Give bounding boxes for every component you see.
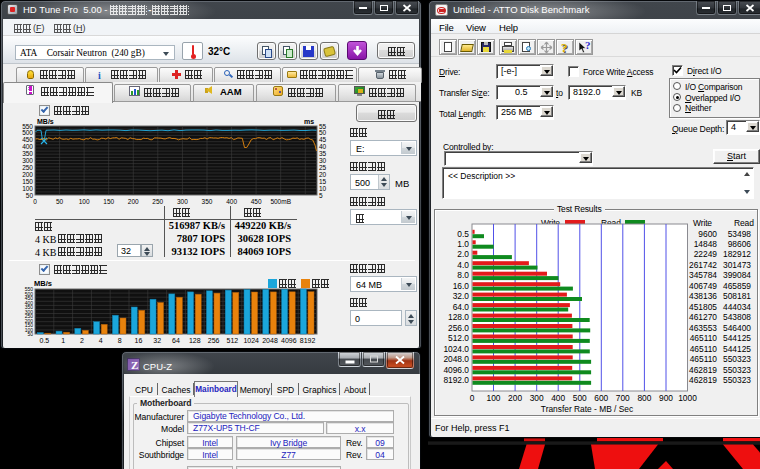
- svg-text:32: 32: [153, 337, 161, 344]
- svg-text:300: 300: [530, 393, 544, 403]
- svg-text:64.0: 64.0: [453, 302, 470, 312]
- svg-text:600: 600: [594, 393, 608, 403]
- svg-text:1024: 1024: [243, 337, 259, 344]
- svg-text:461270: 461270: [689, 312, 717, 322]
- svg-text:450: 450: [251, 198, 262, 205]
- svg-text:544125: 544125: [723, 333, 751, 343]
- svg-text:4.0: 4.0: [457, 260, 469, 270]
- svg-text:350: 350: [202, 198, 213, 205]
- svg-text:5: 5: [319, 192, 323, 199]
- svg-text:150: 150: [103, 198, 114, 205]
- svg-text:2048: 2048: [262, 337, 278, 344]
- svg-text:2048.0: 2048.0: [443, 354, 469, 364]
- svg-text:465110: 465110: [690, 333, 718, 343]
- svg-text:1024.0: 1024.0: [443, 344, 469, 354]
- svg-text:MB/s: MB/s: [37, 118, 54, 125]
- svg-text:550323: 550323: [723, 365, 751, 375]
- svg-text:543808: 543808: [723, 312, 751, 322]
- svg-text:1.0: 1.0: [457, 239, 469, 249]
- svg-text:8192: 8192: [300, 337, 316, 344]
- svg-text:32.0: 32.0: [453, 291, 470, 301]
- svg-text:4096.0: 4096.0: [443, 365, 469, 375]
- svg-text:250: 250: [152, 198, 163, 205]
- svg-text:256: 256: [208, 337, 220, 344]
- svg-text:128: 128: [189, 337, 201, 344]
- svg-text:200: 200: [128, 198, 139, 205]
- svg-text:8192.0: 8192.0: [443, 375, 469, 385]
- svg-text:4: 4: [99, 337, 103, 344]
- svg-text:100: 100: [487, 393, 501, 403]
- svg-text:53498: 53498: [728, 229, 752, 239]
- svg-text:399084: 399084: [723, 270, 751, 280]
- svg-text:1000: 1000: [678, 393, 697, 403]
- svg-text:500: 500: [573, 393, 587, 403]
- svg-text:500mB: 500mB: [270, 198, 291, 205]
- svg-text:465110: 465110: [690, 344, 718, 354]
- svg-text:128.0: 128.0: [448, 312, 469, 322]
- svg-text:182912: 182912: [723, 249, 751, 259]
- svg-text:700: 700: [616, 393, 630, 403]
- svg-text:462819: 462819: [689, 365, 717, 375]
- svg-text:463553: 463553: [689, 323, 717, 333]
- svg-text:100: 100: [79, 198, 90, 205]
- svg-text:400: 400: [551, 393, 565, 403]
- svg-text:50: 50: [56, 198, 64, 205]
- svg-text:400: 400: [226, 198, 237, 205]
- svg-text:256.0: 256.0: [448, 323, 469, 333]
- svg-text:Transfer Rate - MB / Sec: Transfer Rate - MB / Sec: [541, 404, 633, 414]
- svg-text:0.5: 0.5: [40, 337, 50, 344]
- svg-text:16: 16: [135, 337, 143, 344]
- svg-text:2: 2: [80, 337, 84, 344]
- svg-text:800: 800: [637, 393, 651, 403]
- svg-text:512.0: 512.0: [448, 333, 469, 343]
- svg-text:406749: 406749: [689, 281, 717, 291]
- svg-text:0.5: 0.5: [457, 229, 469, 239]
- svg-text:550323: 550323: [723, 354, 751, 364]
- svg-text:451805: 451805: [689, 302, 717, 312]
- svg-text:0: 0: [470, 393, 475, 403]
- svg-text:9600: 9600: [698, 229, 717, 239]
- svg-text:98606: 98606: [728, 239, 752, 249]
- svg-text:1: 1: [61, 337, 65, 344]
- svg-text:300: 300: [177, 198, 188, 205]
- svg-text:14848: 14848: [694, 239, 718, 249]
- svg-text:345784: 345784: [689, 270, 717, 280]
- svg-text:465110: 465110: [690, 354, 718, 364]
- svg-text:0: 0: [33, 198, 37, 205]
- svg-text:508181: 508181: [723, 291, 751, 301]
- svg-text:ms: ms: [304, 118, 314, 125]
- svg-text:301473: 301473: [723, 260, 751, 270]
- svg-text:544125: 544125: [723, 344, 751, 354]
- svg-text:8: 8: [118, 337, 122, 344]
- svg-text:438136: 438136: [689, 291, 717, 301]
- svg-text:8.0: 8.0: [457, 270, 469, 280]
- svg-text:261742: 261742: [689, 260, 717, 270]
- svg-text:4096: 4096: [281, 337, 297, 344]
- svg-text:900: 900: [659, 393, 673, 403]
- svg-text:550323: 550323: [723, 375, 751, 385]
- svg-text:200: 200: [508, 393, 522, 403]
- svg-text:16.0: 16.0: [453, 281, 470, 291]
- svg-text:64: 64: [172, 337, 180, 344]
- svg-text:462819: 462819: [689, 375, 717, 385]
- svg-text:546400: 546400: [723, 323, 751, 333]
- svg-text:22249: 22249: [694, 249, 718, 259]
- svg-text:512: 512: [227, 337, 239, 344]
- svg-text:50: 50: [27, 331, 33, 337]
- svg-text:444034: 444034: [723, 302, 751, 312]
- svg-text:2.0: 2.0: [457, 249, 469, 259]
- svg-text:465859: 465859: [723, 281, 751, 291]
